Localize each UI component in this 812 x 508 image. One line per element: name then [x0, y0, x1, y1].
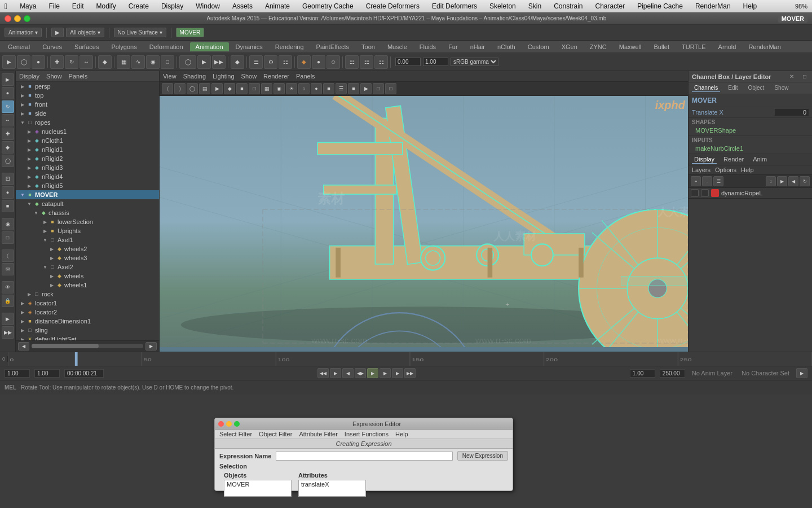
le-collapse-btn[interactable]: ◀ — [788, 176, 798, 186]
vp-tool-7[interactable]: ■ — [236, 83, 248, 94]
vp-tool-5[interactable]: ▶ — [211, 83, 223, 94]
trax-editor-btn[interactable]: ☷ — [374, 55, 388, 69]
layer-dynamic-rope[interactable]: dynamicRopeL — [689, 188, 812, 199]
skip-back-start-btn[interactable]: ◀◀ — [317, 368, 329, 378]
vp-dof-btn[interactable]: ■ — [323, 83, 334, 94]
menu-pipeline-cache[interactable]: Pipeline Cache — [635, 1, 685, 11]
menu-create[interactable]: Create — [126, 1, 151, 11]
outliner-wheels1[interactable]: ▶ ◆ wheels1 — [16, 281, 159, 290]
annotation-icon[interactable]: ✉ — [2, 263, 14, 275]
tab-toon[interactable]: Toon — [356, 42, 381, 51]
lasso-tool-btn[interactable]: ◯ — [17, 55, 30, 69]
tab-general[interactable]: General — [2, 42, 36, 51]
tab-polygons[interactable]: Polygons — [105, 42, 142, 51]
vp-lighting-menu[interactable]: Lighting — [213, 73, 235, 80]
cb-translate-x[interactable]: Translate X 0 — [692, 108, 809, 116]
paint-sel-icon[interactable]: ● — [2, 87, 14, 99]
le-sort-btn[interactable]: ↕ — [766, 176, 776, 186]
outliner-chassis[interactable]: ▼ ◆ chassis — [16, 208, 159, 217]
tab-bullet[interactable]: Bullet — [648, 42, 675, 51]
auto-key-btn[interactable]: ● — [312, 55, 325, 69]
menu-skeleton[interactable]: Skeleton — [487, 1, 518, 11]
vp-grid-btn[interactable]: ▦ — [261, 83, 272, 94]
menu-character[interactable]: Character — [593, 1, 627, 11]
lock-icon[interactable]: 🔒 — [2, 295, 14, 307]
vp-resolution-btn[interactable]: □ — [373, 83, 384, 94]
vp-tool-4[interactable]: ▤ — [199, 83, 210, 94]
vp-isolate-btn[interactable]: ■ — [348, 83, 359, 94]
tab-fur[interactable]: Fur — [443, 42, 464, 51]
vp-ao-btn[interactable]: ● — [311, 83, 322, 94]
range-start-field[interactable] — [630, 369, 655, 378]
snap-view-btn[interactable]: □ — [161, 55, 174, 69]
expr-objects-list[interactable]: MOVER — [224, 480, 292, 497]
workspace-dropdown[interactable]: Animation ▾ — [5, 28, 42, 37]
le-options-menu[interactable]: Options — [715, 167, 736, 173]
outliner-locator2[interactable]: ▶ ◈ locator2 — [16, 308, 159, 317]
character-set-btn[interactable]: ☺ — [326, 55, 340, 69]
le-help-menu[interactable]: Help — [741, 167, 754, 173]
select-mode-btn[interactable]: ▶ — [51, 28, 64, 37]
tab-custom[interactable]: Custom — [522, 42, 555, 51]
outliner-distancedimension1[interactable]: ▶ ■ distanceDimension1 — [16, 317, 159, 326]
outliner-mover[interactable]: ▼ ■ MOVER — [16, 190, 159, 199]
timeline-bar[interactable]: 0 0 50 100 — [0, 352, 812, 366]
le-display-tab[interactable]: Display — [692, 155, 717, 164]
outliner-nrigid5[interactable]: ▶ ◆ nRigid5 — [16, 181, 159, 190]
cb-mover-shape[interactable]: MOVERShape — [692, 126, 809, 134]
vp-gate-btn[interactable]: □ — [385, 83, 396, 94]
outliner-content[interactable]: ▶ ■ persp ▶ ■ top ▶ ■ front ▶ — [16, 82, 159, 340]
outliner-nrigid2[interactable]: ▶ ◆ nRigid2 — [16, 154, 159, 163]
tab-fluids[interactable]: Fluids — [414, 42, 442, 51]
rotate-tool-icon[interactable]: ↻ — [2, 100, 14, 113]
outliner-ncloth1[interactable]: ▶ ◆ nCloth1 — [16, 136, 159, 145]
snap-curve-btn[interactable]: ∿ — [131, 55, 145, 69]
tab-animation[interactable]: Animation — [190, 42, 229, 51]
outliner-nrigid4[interactable]: ▶ ◆ nRigid4 — [16, 172, 159, 181]
le-layer-opts-btn[interactable]: ☰ — [713, 176, 723, 186]
menu-display[interactable]: Display — [159, 1, 186, 11]
le-delete-layer-btn[interactable]: - — [702, 176, 712, 186]
render-region-icon[interactable]: ▶ — [2, 313, 14, 325]
move-tool-btn[interactable]: ✚ — [50, 55, 64, 69]
maximize-button[interactable] — [24, 15, 30, 22]
tab-turtle[interactable]: TURTLE — [676, 42, 712, 51]
snap-point-btn[interactable]: ◉ — [146, 55, 160, 69]
outliner-nucleus1[interactable]: ▶ ◈ nucleus1 — [16, 127, 159, 136]
expr-object-filter-menu[interactable]: Object Filter — [259, 431, 292, 437]
vp-shading-menu[interactable]: Shading — [183, 73, 206, 80]
outliner-panels-menu[interactable]: Panels — [69, 73, 88, 80]
vp-shadow-btn[interactable]: ○ — [298, 83, 310, 94]
vp-tool-6[interactable]: ◆ — [224, 83, 235, 94]
rotate-tool-btn[interactable]: ↻ — [65, 55, 78, 69]
expr-max-btn[interactable] — [234, 421, 240, 427]
soft-select-btn[interactable]: ◆ — [98, 55, 112, 69]
camera-value-input[interactable] — [395, 58, 421, 66]
outliner-catapult[interactable]: ▼ ◆ catapult — [16, 199, 159, 208]
menu-file[interactable]: File — [46, 1, 61, 11]
universal-manip-icon[interactable]: ◆ — [2, 141, 14, 154]
set-key-btn[interactable]: ◆ — [297, 55, 311, 69]
vp-hud-btn[interactable]: ☰ — [336, 83, 347, 94]
render-all-icon[interactable]: ▶▶ — [2, 326, 14, 339]
vp-renderer-menu[interactable]: Renderer — [263, 73, 289, 80]
menu-edit[interactable]: Edit — [70, 1, 86, 11]
show-hide-icon[interactable]: 👁 — [2, 281, 14, 294]
skip-forward-end-btn[interactable]: ▶▶ — [404, 368, 416, 378]
outliner-show-menu[interactable]: Show — [46, 73, 62, 80]
next-key-btn[interactable]: ▶ — [392, 368, 403, 378]
tab-nhair[interactable]: nHair — [465, 42, 491, 51]
cb-translate-x-value[interactable]: 0 — [775, 109, 809, 116]
tab-maxwell[interactable]: Maxwell — [614, 42, 647, 51]
tool-settings-btn[interactable]: ⚙ — [264, 55, 277, 69]
expr-help-menu[interactable]: Help — [395, 431, 408, 437]
outliner-front[interactable]: ▶ ■ front — [16, 100, 159, 109]
outliner-defaultlightset[interactable]: ▶ ☀ defaultLightSet — [16, 335, 159, 340]
expr-insert-functions-menu[interactable]: Insert Functions — [345, 431, 389, 437]
viewport-canvas[interactable]: ixphd — [160, 96, 688, 347]
next-frame-btn[interactable]: ▶ — [379, 368, 391, 378]
mover-active-btn[interactable]: MOVER — [176, 28, 205, 37]
le-refresh-btn[interactable]: ↻ — [800, 176, 810, 186]
minimize-button[interactable] — [14, 15, 21, 22]
show-manipulator-btn[interactable]: ◆ — [231, 55, 244, 69]
